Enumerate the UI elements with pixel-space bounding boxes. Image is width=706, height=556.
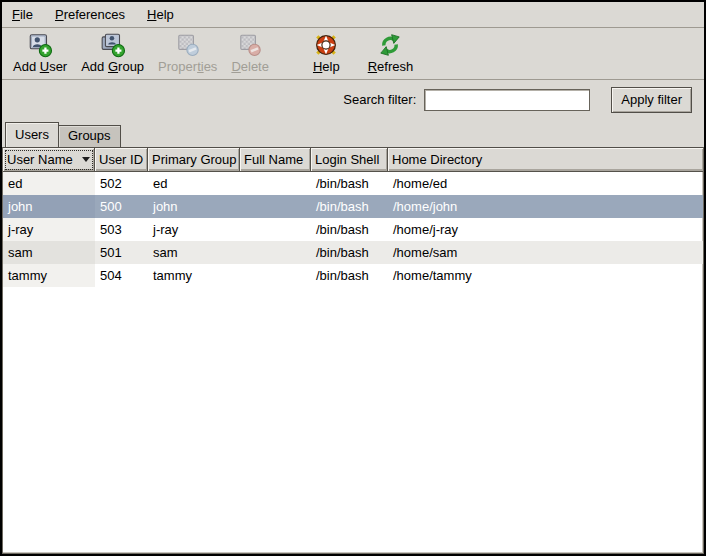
add-group-label: Add Group [81, 59, 144, 74]
cell-primary-group[interactable]: tammy [148, 264, 240, 287]
menu-help[interactable]: Help [139, 3, 182, 26]
column-header-full-name[interactable]: Full Name [240, 148, 311, 172]
cell-full-name[interactable] [240, 241, 311, 264]
sort-arrow-icon [82, 157, 90, 162]
add-user-button[interactable]: Add User [6, 30, 74, 76]
cell-login-shell[interactable]: /bin/bash [311, 241, 388, 264]
tab-strip: Users Groups [2, 119, 704, 147]
refresh-icon [377, 32, 403, 58]
cell-user-name[interactable]: tammy [3, 264, 95, 287]
user-manager-window: { "window": { "bg": "#dbd9d4", "selectio… [0, 0, 706, 556]
menu-file[interactable]: File [4, 3, 41, 26]
cell-full-name[interactable] [240, 195, 311, 218]
table-row[interactable]: ed502ed/bin/bash/home/ed [3, 172, 703, 195]
toolbar: Add User Add Group [2, 28, 704, 80]
cell-home-directory[interactable]: /home/sam [388, 241, 703, 264]
add-group-button[interactable]: Add Group [74, 30, 151, 76]
refresh-button[interactable]: Refresh [361, 30, 421, 76]
column-header-home-directory[interactable]: Home Directory [388, 148, 703, 172]
column-header-user-id[interactable]: User ID [95, 148, 148, 172]
tab-groups[interactable]: Groups [58, 125, 121, 147]
cell-login-shell[interactable]: /bin/bash [311, 218, 388, 241]
cell-user-name[interactable]: j-ray [3, 218, 95, 241]
cell-home-directory[interactable]: /home/j-ray [388, 218, 703, 241]
cell-login-shell[interactable]: /bin/bash [311, 172, 388, 195]
cell-primary-group[interactable]: john [148, 195, 240, 218]
menubar: File Preferences Help [2, 2, 704, 28]
add-user-icon [27, 32, 53, 58]
users-table: User Name User ID Primary Group Full Nam… [2, 147, 704, 554]
properties-icon [175, 32, 201, 58]
table-row[interactable]: j-ray503j-ray/bin/bash/home/j-ray [3, 218, 703, 241]
table-row[interactable]: john500john/bin/bash/home/john [3, 195, 703, 218]
cell-primary-group[interactable]: sam [148, 241, 240, 264]
table-row[interactable]: sam501sam/bin/bash/home/sam [3, 241, 703, 264]
column-header-user-name[interactable]: User Name [3, 148, 95, 172]
column-header-primary-group[interactable]: Primary Group [148, 148, 240, 172]
add-group-icon [100, 32, 126, 58]
properties-label: Properties [158, 59, 217, 74]
cell-full-name[interactable] [240, 172, 311, 195]
cell-home-directory[interactable]: /home/ed [388, 172, 703, 195]
cell-primary-group[interactable]: j-ray [148, 218, 240, 241]
delete-button[interactable]: Delete [224, 30, 276, 76]
cell-primary-group[interactable]: ed [148, 172, 240, 195]
cell-home-directory[interactable]: /home/john [388, 195, 703, 218]
column-header-login-shell[interactable]: Login Shell [311, 148, 388, 172]
cell-user-name[interactable]: john [3, 195, 95, 218]
delete-label: Delete [231, 59, 269, 74]
delete-icon [237, 32, 263, 58]
cell-user-id[interactable]: 501 [95, 241, 148, 264]
add-user-label: Add User [13, 59, 67, 74]
help-button[interactable]: Help [306, 30, 347, 76]
refresh-label: Refresh [368, 59, 414, 74]
table-body: ed502ed/bin/bash/home/edjohn500john/bin/… [3, 172, 703, 287]
cell-full-name[interactable] [240, 264, 311, 287]
cell-user-id[interactable]: 504 [95, 264, 148, 287]
properties-button[interactable]: Properties [151, 30, 224, 76]
table-row[interactable]: tammy504tammy/bin/bash/home/tammy [3, 264, 703, 287]
tab-users[interactable]: Users [5, 122, 59, 147]
cell-user-id[interactable]: 502 [95, 172, 148, 195]
cell-user-id[interactable]: 500 [95, 195, 148, 218]
search-filter-label: Search filter: [343, 92, 416, 107]
cell-login-shell[interactable]: /bin/bash [311, 195, 388, 218]
cell-login-shell[interactable]: /bin/bash [311, 264, 388, 287]
table-header-row: User Name User ID Primary Group Full Nam… [3, 148, 703, 172]
cell-user-id[interactable]: 503 [95, 218, 148, 241]
cell-full-name[interactable] [240, 218, 311, 241]
cell-home-directory[interactable]: /home/tammy [388, 264, 703, 287]
help-icon [313, 32, 339, 58]
search-filter-input[interactable] [424, 89, 590, 111]
cell-user-name[interactable]: sam [3, 241, 95, 264]
menu-preferences[interactable]: Preferences [47, 3, 133, 26]
apply-filter-button[interactable]: Apply filter [611, 87, 692, 113]
filter-bar: Search filter: Apply filter [2, 80, 704, 119]
help-label: Help [313, 59, 340, 74]
cell-user-name[interactable]: ed [3, 172, 95, 195]
